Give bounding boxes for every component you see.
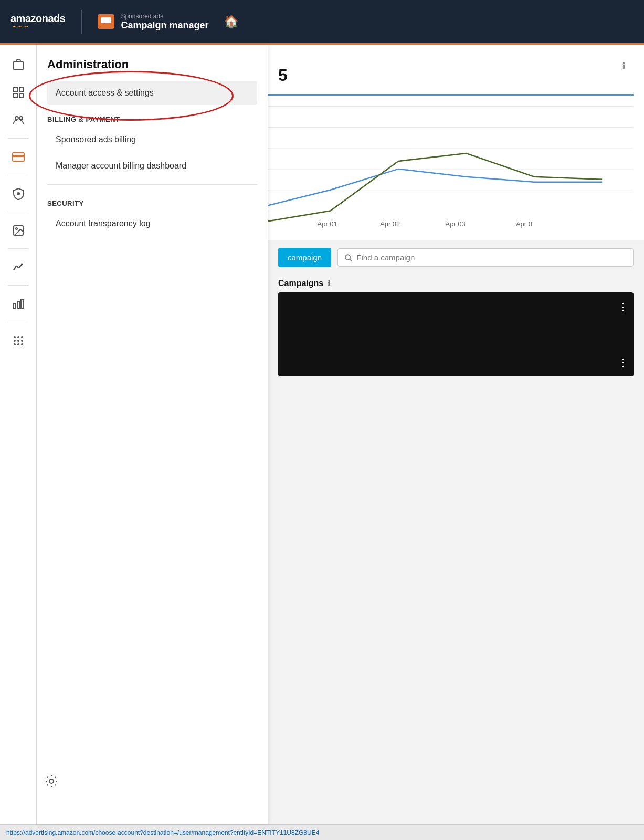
create-campaign-button[interactable]: campaign <box>278 248 331 267</box>
menu-item-sponsored-billing[interactable]: Sponsored ads billing <box>47 128 257 152</box>
right-content: ℹ 5 <box>268 45 644 824</box>
top-navigation: amazonads ～～～ Sponsored ads Campaign man… <box>0 0 644 45</box>
svg-text:Apr 0: Apr 0 <box>516 220 532 228</box>
amazon-ads-logo: amazonads ～～～ <box>10 13 65 30</box>
sidebar-icon-apps[interactable] <box>5 329 31 352</box>
search-input[interactable] <box>356 253 627 262</box>
svg-line-40 <box>350 259 352 261</box>
svg-rect-2 <box>13 62 24 69</box>
svg-text:Apr 01: Apr 01 <box>318 220 337 228</box>
svg-text:Apr 02: Apr 02 <box>380 220 400 228</box>
sidebar-divider-4 <box>8 248 29 249</box>
sidebar-divider-6 <box>8 322 29 322</box>
sidebar-divider-5 <box>8 285 29 286</box>
svg-point-20 <box>21 336 23 338</box>
campaigns-header: Campaigns ℹ <box>278 274 634 292</box>
nav-section: Sponsored ads Campaign manager <box>98 13 208 31</box>
menu-item-account-access[interactable]: Account access & settings <box>47 81 257 105</box>
card-menu-button-bottom[interactable]: ⋮ <box>618 356 628 369</box>
svg-rect-16 <box>17 301 19 309</box>
sidebar-icon-users[interactable] <box>5 108 31 132</box>
security-section-header: SECURITY <box>47 191 257 212</box>
card-menu-button-top[interactable]: ⋮ <box>618 300 628 313</box>
svg-point-25 <box>17 343 19 345</box>
search-box <box>337 248 634 267</box>
sidebar-divider-3 <box>8 212 29 212</box>
sidebar-icon-briefcase[interactable] <box>5 52 31 76</box>
icon-sidebar <box>0 45 37 824</box>
menu-item-transparency[interactable]: Account transparency log <box>47 212 257 236</box>
nav-icon-box <box>98 14 114 29</box>
chart-area: ℹ 5 <box>268 45 644 240</box>
svg-rect-5 <box>19 88 23 91</box>
campaigns-info-icon: ℹ <box>328 279 330 288</box>
sidebar-icon-image[interactable] <box>5 218 31 242</box>
sidebar-icon-grid[interactable] <box>5 80 31 104</box>
svg-point-24 <box>14 343 16 345</box>
svg-point-22 <box>17 340 19 342</box>
settings-icon-wrapper[interactable] <box>45 774 58 790</box>
sidebar-icon-chart-up[interactable] <box>5 255 31 279</box>
status-url: https://advertising.amazon.com/choose-ac… <box>6 829 319 836</box>
svg-point-26 <box>21 343 23 345</box>
sidebar-divider-1 <box>8 138 29 139</box>
svg-rect-15 <box>14 304 16 309</box>
dropdown-panel: Administration Account access & settings… <box>37 45 268 824</box>
logo-area: amazonads ～～～ <box>10 13 65 30</box>
svg-point-8 <box>15 117 18 120</box>
svg-rect-6 <box>14 93 17 97</box>
billing-section-header: BILLING & PAYMENT <box>47 107 257 128</box>
main-layout: Administration Account access & settings… <box>0 45 644 824</box>
svg-rect-1 <box>101 24 111 26</box>
sidebar-icon-bar-chart[interactable] <box>5 292 31 316</box>
svg-point-27 <box>49 779 54 783</box>
menu-divider-security <box>47 184 257 185</box>
home-icon[interactable]: 🏠 <box>224 15 238 28</box>
svg-point-23 <box>21 340 23 342</box>
svg-point-21 <box>14 340 16 342</box>
svg-point-12 <box>17 192 20 195</box>
svg-point-18 <box>14 336 16 338</box>
nav-subtitle: Sponsored ads <box>121 13 208 20</box>
chart-info-icon: ℹ <box>622 60 626 72</box>
sidebar-icon-shield[interactable] <box>5 182 31 205</box>
nav-title: Sponsored ads Campaign manager <box>121 13 208 31</box>
nav-divider <box>81 10 82 34</box>
svg-rect-7 <box>19 93 23 97</box>
campaign-controls: campaign Campaigns ℹ ⋮ ⋮ <box>268 240 644 376</box>
svg-point-19 <box>17 336 19 338</box>
svg-rect-0 <box>101 17 111 23</box>
status-bar: https://advertising.amazon.com/choose-ac… <box>0 824 644 840</box>
campaign-card: ⋮ ⋮ <box>278 292 634 376</box>
svg-text:Apr 03: Apr 03 <box>446 220 466 228</box>
admin-title: Administration <box>47 58 257 71</box>
svg-point-39 <box>345 255 351 260</box>
sidebar-icon-billing[interactable] <box>5 145 31 169</box>
logo-smile: ～～～ <box>10 23 29 30</box>
nav-main-title: Campaign manager <box>121 20 208 31</box>
chart-svg-container: Apr 01 Apr 02 Apr 03 Apr 0 <box>268 85 634 232</box>
svg-rect-4 <box>14 88 17 91</box>
svg-rect-17 <box>21 299 23 309</box>
svg-point-14 <box>16 228 17 229</box>
chart-value: 5 <box>268 55 634 85</box>
menu-item-manager-billing[interactable]: Manager account billing dashboard <box>47 154 257 178</box>
sidebar-divider-2 <box>8 175 29 175</box>
svg-point-9 <box>19 117 23 120</box>
svg-rect-11 <box>13 155 24 157</box>
